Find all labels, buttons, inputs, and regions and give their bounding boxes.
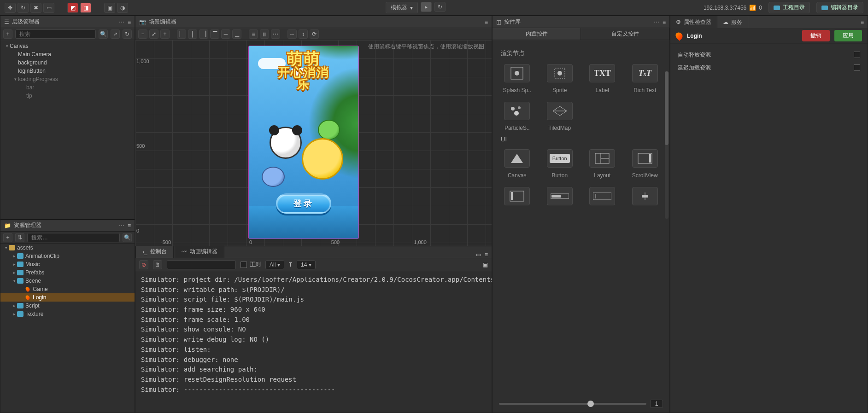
asset-item[interactable]: Game (0, 285, 135, 293)
expand-toggle-icon[interactable]: ▾ (12, 279, 17, 283)
open-project-dir-button[interactable]: 工程目录 (768, 2, 810, 13)
play-button[interactable]: ▸ (421, 2, 432, 12)
collapse-icon[interactable]: ▭ (476, 251, 481, 258)
asset-item[interactable]: ▸Music (0, 260, 135, 268)
assets-tree[interactable]: ▾assets▸AnimationClip▸Music▸Prefabs▾Scen… (0, 244, 135, 318)
reload-button[interactable]: ↻ (434, 2, 446, 12)
expand-toggle-icon[interactable]: ▾ (3, 245, 9, 250)
console-filter-input[interactable] (167, 260, 236, 269)
control-item[interactable]: ScrollView (627, 149, 663, 179)
align-hcenter-icon[interactable]: │ (188, 29, 197, 39)
control-item[interactable]: Canvas (499, 149, 535, 179)
control-item[interactable]: Splash Sp.. (499, 64, 535, 93)
game-login-button[interactable]: 登录 (276, 193, 331, 214)
hierarchy-search-input[interactable] (15, 29, 96, 39)
preview-target-select[interactable]: 模拟器 ▾ (386, 2, 418, 13)
panel-menu-icon[interactable]: ≡ (128, 19, 131, 25)
font-size-select[interactable]: 14 ▾ (297, 260, 316, 269)
hierarchy-item[interactable]: Main Camera (0, 50, 135, 58)
open-editor-dir-button[interactable]: 编辑器目录 (816, 2, 863, 13)
spacing-reset-icon[interactable]: ⟳ (310, 29, 319, 39)
expand-toggle-icon[interactable]: ▾ (4, 44, 10, 48)
asset-item[interactable]: ▸Prefabs (0, 268, 135, 277)
control-item[interactable]: TXTLabel (584, 64, 621, 93)
tool-rect-icon[interactable]: ▭ (43, 3, 54, 13)
hierarchy-item[interactable]: ▾Canvas (0, 42, 135, 50)
log-level-select[interactable]: All ▾ (265, 260, 284, 269)
hierarchy-item[interactable]: background (0, 58, 135, 67)
control-item[interactable] (499, 187, 535, 210)
control-item[interactable]: TiledMap (542, 102, 578, 131)
control-item[interactable]: ParticleS.. (499, 102, 535, 131)
tool-scale-icon[interactable]: ✖ (30, 3, 41, 13)
control-item[interactable] (542, 187, 578, 210)
controls-body[interactable]: 渲染节点 Splash Sp..SpriteTXTLabelTxTRich Te… (493, 40, 669, 413)
expand-toggle-icon[interactable]: ▸ (12, 312, 17, 316)
asset-item[interactable]: ▸Script (0, 302, 135, 310)
align-right-icon[interactable]: ▕ (199, 29, 208, 39)
expand-toggle-icon[interactable]: ▸ (12, 254, 17, 258)
asset-item[interactable]: ▾assets (0, 244, 135, 252)
panel-menu-icon[interactable]: ≡ (485, 19, 488, 25)
refresh-icon[interactable]: ↻ (123, 29, 132, 39)
console-output[interactable]: Simulator: project dir: /Users/looffer/A… (135, 271, 492, 413)
sort-icon[interactable]: ⇅ (15, 233, 24, 242)
align-bottom-icon[interactable]: ▁ (232, 29, 241, 39)
expand-toggle-icon[interactable]: ▸ (12, 270, 17, 275)
tab-inspector[interactable]: ⚙ 属性检查器 (670, 16, 717, 28)
hierarchy-item[interactable]: loginButton (0, 67, 135, 75)
scene-canvas[interactable]: 使用鼠标右键平移视窗焦点，使用滚轮缩放视图 1,000 500 0 -500 0… (135, 40, 492, 246)
panel-menu-icon[interactable]: ⋯ (119, 222, 125, 229)
collapse-groups-icon[interactable]: ▣ (483, 262, 488, 268)
control-item[interactable] (584, 187, 621, 210)
control-item[interactable]: Layout (584, 149, 621, 179)
align-top-icon[interactable]: ▔ (210, 29, 219, 39)
control-item[interactable]: TxTRich Text (627, 64, 663, 93)
tab-service[interactable]: ☁ 服务 (717, 16, 748, 28)
panel-menu-icon[interactable]: ≡ (663, 19, 666, 25)
search-icon[interactable]: 🔍 (99, 29, 108, 39)
hierarchy-item[interactable]: ▾loadingProgress (0, 75, 135, 83)
zoom-in-icon[interactable]: ＋ (160, 29, 170, 39)
tab-console[interactable]: ›_ 控制台 (135, 245, 174, 258)
asset-item[interactable]: ▸Texture (0, 310, 135, 318)
align-vcenter-icon[interactable]: ─ (221, 29, 230, 39)
hierarchy-item[interactable]: bar (0, 83, 135, 92)
tool-move-icon[interactable]: ✥ (5, 3, 16, 13)
slider-thumb[interactable] (587, 401, 594, 407)
distribute-x-icon[interactable]: ⋯ (271, 29, 280, 39)
align-left-icon[interactable]: ▏ (177, 29, 186, 39)
slider-track[interactable] (499, 403, 646, 405)
hierarchy-tree[interactable]: ▾CanvasMain CamerabackgroundloginButton▾… (0, 40, 135, 219)
prop-lazy-load-checkbox[interactable] (854, 64, 860, 71)
anchor-toggle-icon[interactable]: ◩ (67, 3, 78, 13)
expand-toggle-icon[interactable]: ▸ (12, 262, 17, 267)
search-icon[interactable]: 🔍 (123, 233, 132, 242)
open-log-button[interactable]: 🗎 (153, 260, 162, 269)
revoke-button[interactable]: 撤销 (802, 30, 830, 41)
distribute-h-icon[interactable]: ≡ (249, 29, 258, 39)
search-mode-icon[interactable]: ↗ (111, 29, 120, 39)
panel-menu-icon[interactable]: ⋯ (654, 19, 660, 25)
panel-menu-icon[interactable]: ⋯ (119, 19, 125, 25)
add-node-button[interactable]: ＋ (3, 29, 12, 39)
zoom-slider[interactable]: 1 (499, 400, 663, 408)
asset-item[interactable]: ▸AnimationClip (0, 252, 135, 260)
spacing-h-icon[interactable]: ↔ (287, 29, 297, 39)
control-item[interactable] (627, 187, 663, 210)
device-icon-b[interactable]: ◑ (117, 3, 128, 13)
clear-console-button[interactable]: ⊘ (139, 260, 148, 269)
control-item[interactable]: ButtonButton (542, 149, 578, 179)
tab-builtin-controls[interactable]: 内置控件 (493, 28, 581, 40)
expand-toggle-icon[interactable]: ▸ (12, 303, 17, 308)
assets-search-input[interactable] (27, 233, 120, 242)
regex-checkbox[interactable] (240, 262, 247, 268)
tab-animation-editor[interactable]: 〰 动画编辑器 (175, 245, 224, 258)
control-item[interactable]: Sprite (542, 64, 578, 93)
expand-toggle-icon[interactable]: ▾ (12, 77, 18, 81)
tab-custom-controls[interactable]: 自定义控件 (581, 28, 669, 40)
create-asset-button[interactable]: ＋ (3, 233, 12, 242)
apply-button[interactable]: 应用 (834, 30, 862, 41)
panel-menu-icon[interactable]: ≡ (128, 222, 131, 229)
asset-item[interactable]: ▾Scene (0, 277, 135, 285)
